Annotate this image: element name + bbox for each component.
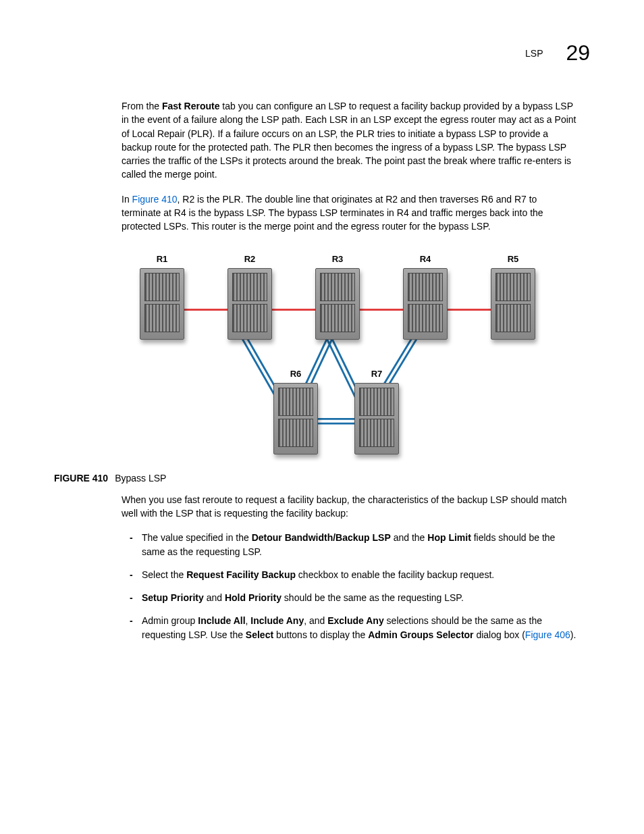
router-label: R5 xyxy=(486,254,540,264)
field-name-bold: Hold Priority xyxy=(225,592,281,603)
text: dialog box ( xyxy=(474,629,525,640)
figure-caption: FIGURE 410Bypass LSP xyxy=(54,473,576,484)
router-r4: R4 xyxy=(398,254,452,340)
field-name-bold: Setup Priority xyxy=(142,592,204,603)
list-item: The value specified in the Detour Bandwi… xyxy=(135,531,576,558)
router-label: R1 xyxy=(135,254,189,264)
text: In xyxy=(122,194,132,205)
list-item: Select the Request Facility Backup check… xyxy=(135,568,576,581)
text: Select the xyxy=(142,569,186,580)
text: ). xyxy=(570,629,576,640)
router-icon xyxy=(227,268,272,340)
router-label: R7 xyxy=(350,369,404,379)
router-icon xyxy=(354,383,399,454)
router-label: R2 xyxy=(223,254,277,264)
bullet-list: The value specified in the Detour Bandwi… xyxy=(122,531,576,642)
router-r2: R2 xyxy=(223,254,277,340)
text: and xyxy=(204,592,225,603)
router-r1: R1 xyxy=(135,254,189,340)
content-block: From the Fast Reroute tab you can config… xyxy=(122,99,576,642)
text: should be the same as the requesting LSP… xyxy=(281,592,464,603)
figure-number: FIGURE 410 xyxy=(54,473,108,484)
paragraph-1: From the Fast Reroute tab you can config… xyxy=(122,99,576,182)
text: and the xyxy=(391,532,428,543)
text: checkbox to enable the facility backup r… xyxy=(296,569,494,580)
field-name-bold: Request Facility Backup xyxy=(186,569,296,580)
router-icon xyxy=(403,268,448,340)
text: Admin group xyxy=(142,615,198,626)
field-name-bold: Include Any xyxy=(250,615,304,626)
text: From the xyxy=(122,101,162,111)
router-label: R6 xyxy=(269,369,323,379)
page-header: LSP 29 xyxy=(54,41,590,66)
list-item: Setup Priority and Hold Priority should … xyxy=(135,591,576,604)
text: , and xyxy=(304,615,327,626)
router-icon xyxy=(491,268,535,340)
paragraph-3: When you use fast reroute to request a f… xyxy=(122,493,576,521)
field-name-bold: Include All xyxy=(198,615,245,626)
text: tab you can configure an LSP to request … xyxy=(122,101,576,180)
figure-diagram: R1 R2 R3 R4 R5 R6 xyxy=(122,247,576,463)
chapter-number: 29 xyxy=(566,41,590,66)
router-label: R4 xyxy=(398,254,452,264)
section-label: LSP xyxy=(525,48,543,59)
router-r3: R3 xyxy=(311,254,365,340)
field-name-bold: Hop Limit xyxy=(427,532,471,543)
figure-link[interactable]: Figure 410 xyxy=(132,194,178,205)
field-name-bold: Exclude Any xyxy=(327,615,384,626)
text: , R2 is the PLR. The double line that or… xyxy=(122,194,543,232)
router-icon xyxy=(273,383,318,454)
field-name-bold: Admin Groups Selector xyxy=(368,629,473,640)
text: The value specified in the xyxy=(142,532,252,543)
paragraph-2: In Figure 410, R2 is the PLR. The double… xyxy=(122,192,576,234)
field-name-bold: Select xyxy=(246,629,273,640)
router-label: R3 xyxy=(311,254,365,264)
router-r5: R5 xyxy=(486,254,540,340)
tab-name-bold: Fast Reroute xyxy=(162,101,220,111)
field-name-bold: Detour Bandwidth/Backup LSP xyxy=(252,532,391,543)
page: LSP 29 From the Fast Reroute tab you can… xyxy=(0,0,644,678)
router-icon xyxy=(140,268,184,340)
router-icon xyxy=(315,268,360,340)
figure-link[interactable]: Figure 406 xyxy=(525,629,570,640)
text: buttons to display the xyxy=(273,629,368,640)
list-item: Admin group Include All, Include Any, an… xyxy=(135,614,576,642)
figure-title: Bypass LSP xyxy=(115,473,166,484)
router-r7: R7 xyxy=(350,369,404,454)
router-r6: R6 xyxy=(269,369,323,454)
